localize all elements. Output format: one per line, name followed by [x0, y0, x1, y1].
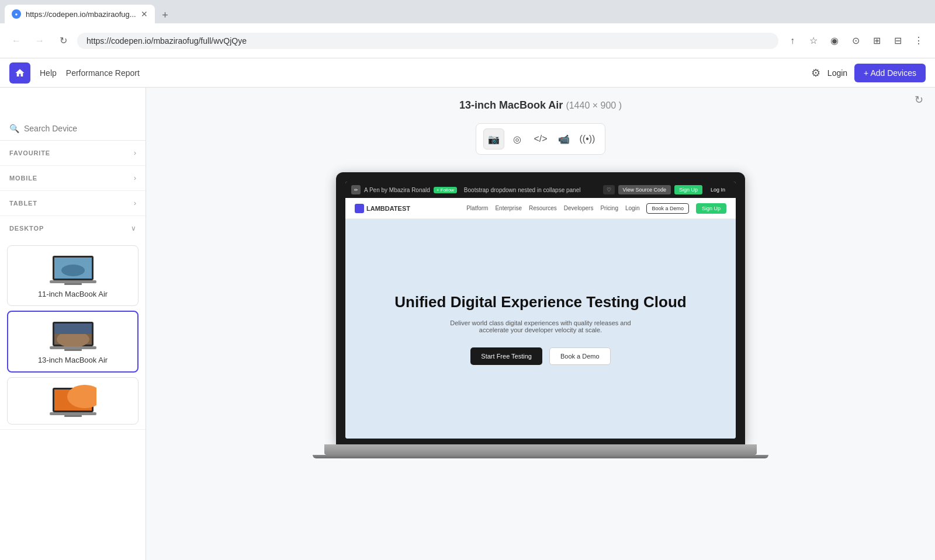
tab-title: https://codepen.io/mbaziraofug...: [26, 10, 136, 19]
rotate-button[interactable]: ◎: [507, 128, 528, 149]
video-button[interactable]: 📹: [553, 128, 574, 149]
sidebar-category-desktop: DESKTOP ∨ 11-inch MacBook Air: [0, 216, 146, 430]
sidebar-category-tablet: TABLET ›: [0, 191, 146, 216]
tablet-chevron: ›: [134, 199, 136, 207]
laptop-svg: [50, 385, 96, 417]
device-resolution-label: (1440 × 900 ): [566, 100, 622, 110]
search-device-input[interactable]: [24, 124, 136, 133]
svg-rect-5: [64, 283, 82, 285]
macbook-mockup: ✏ A Pen by Mbazira Ronald + Follow Boots…: [313, 172, 768, 458]
add-devices-button[interactable]: + Add Devices: [854, 64, 926, 82]
desktop-label: DESKTOP: [9, 225, 44, 232]
search-device-wrap: 🔍: [0, 117, 146, 141]
download-button[interactable]: ↑: [783, 32, 802, 50]
desktop-header[interactable]: DESKTOP ∨: [0, 216, 146, 241]
nav-developers[interactable]: Developers: [564, 205, 594, 211]
view-source-button[interactable]: View Source Code: [618, 185, 671, 194]
home-button[interactable]: [9, 62, 30, 84]
browser-tab[interactable]: ● https://codepen.io/mbaziraofug... ✕: [5, 5, 155, 23]
main-content: 13-inch MacBook Air (1440 × 900 ) 📷 ◎ </…: [146, 88, 935, 560]
hero-subtitle: Deliver world class digital experiences …: [447, 319, 634, 333]
device-title: 13-inch MacBook Air (1440 × 900 ): [459, 99, 622, 112]
top-bar-actions: ⚙ Login + Add Devices: [811, 64, 926, 82]
device-13inch-label: 13-inch MacBook Air: [38, 356, 108, 364]
device-name-label: 13-inch MacBook Air: [459, 99, 563, 111]
nav-pricing[interactable]: Pricing: [600, 205, 618, 211]
tablet-header[interactable]: TABLET ›: [0, 191, 146, 215]
svg-rect-17: [50, 412, 96, 415]
site-signup-button[interactable]: Sign Up: [696, 203, 726, 214]
pen-info: ✏ A Pen by Mbazira Ronald + Follow Boots…: [351, 185, 598, 194]
svg-rect-4: [50, 280, 96, 283]
site-logo-text: LAMBDATEST: [366, 205, 410, 212]
split-button[interactable]: ⊟: [888, 32, 907, 50]
tab-close-button[interactable]: ✕: [141, 9, 148, 19]
device-11inch-label: 11-inch MacBook Air: [38, 290, 108, 298]
performance-report-link[interactable]: Performance Report: [66, 68, 140, 78]
settings-button[interactable]: ⚙: [811, 67, 820, 79]
nav-login[interactable]: Login: [625, 205, 639, 211]
sidebar-category-mobile: MOBILE ›: [0, 166, 146, 191]
mobile-chevron: ›: [134, 174, 136, 182]
forward-button[interactable]: →: [30, 32, 49, 50]
macbook-base: [324, 444, 757, 455]
extension-icon[interactable]: ⊙: [846, 32, 865, 50]
website-topbar-actions: ♡ View Source Code Sign Up Log In: [603, 185, 730, 194]
hero-buttons: Start Free Testing Book a Demo: [470, 347, 610, 365]
website-hero: Unified Digital Experience Testing Cloud…: [345, 219, 736, 439]
back-button[interactable]: ←: [7, 32, 26, 50]
url-input[interactable]: [77, 33, 778, 49]
macbook-foot: [313, 455, 768, 458]
fav-button[interactable]: ♡: [603, 185, 615, 194]
svg-rect-12: [64, 349, 82, 351]
site-demo-button[interactable]: Book a Demo: [646, 203, 689, 214]
help-link[interactable]: Help: [40, 68, 57, 78]
app-layout: 🔍 FAVOURITE › MOBILE › TABLET ›: [0, 58, 935, 560]
sidebar-category-favourite: FAVOURITE ›: [0, 141, 146, 166]
device-card-macbookpro[interactable]: [7, 377, 138, 425]
more-button[interactable]: ⋮: [909, 32, 928, 50]
devtools-button[interactable]: </>: [530, 128, 551, 149]
shield-icon[interactable]: ◉: [825, 32, 844, 50]
desktop-chevron: ∨: [131, 224, 136, 232]
website-login-button[interactable]: Log In: [706, 185, 730, 194]
pen-logo-icon: ✏: [351, 185, 361, 194]
website-signup-button[interactable]: Sign Up: [674, 185, 702, 194]
login-button[interactable]: Login: [827, 68, 847, 78]
nav-resources[interactable]: Resources: [529, 205, 557, 211]
laptop-svg: [50, 253, 96, 285]
start-testing-button[interactable]: Start Free Testing: [470, 347, 542, 365]
extensions-button[interactable]: ⊞: [867, 32, 886, 50]
svg-point-3: [61, 265, 85, 276]
bookmark-button[interactable]: ☆: [804, 32, 823, 50]
device-image: [50, 319, 96, 351]
mobile-label: MOBILE: [9, 175, 37, 182]
address-bar: ← → ↻ ↑ ☆ ◉ ⊙ ⊞ ⊟ ⋮: [0, 23, 935, 58]
screenshot-button[interactable]: 📷: [483, 128, 504, 149]
laptop-svg: [50, 319, 96, 351]
nav-enterprise[interactable]: Enterprise: [495, 205, 522, 211]
site-logo: LAMBDATEST: [355, 204, 410, 213]
page-refresh-button[interactable]: ↻: [915, 93, 923, 106]
tablet-label: TABLET: [9, 200, 37, 207]
site-nav-links: Platform Enterprise Resources Developers…: [466, 203, 726, 214]
pen-title: Bootstrap dropdown nested in collapse pa…: [464, 187, 581, 193]
mobile-header[interactable]: MOBILE ›: [0, 166, 146, 190]
search-icon: 🔍: [9, 124, 19, 133]
svg-rect-11: [50, 346, 96, 349]
svg-rect-10: [54, 324, 92, 334]
svg-rect-18: [64, 415, 82, 417]
new-tab-button[interactable]: +: [157, 7, 174, 23]
favourite-header[interactable]: FAVOURITE ›: [0, 141, 146, 165]
tab-favicon: ●: [12, 9, 21, 19]
follow-badge: + Follow: [434, 187, 457, 193]
device-card-11inch[interactable]: 11-inch MacBook Air: [7, 245, 138, 306]
refresh-button[interactable]: ↻: [54, 32, 72, 50]
app-top-bar: Help Performance Report ⚙ Login + Add De…: [0, 58, 935, 88]
website-nav: LAMBDATEST Platform Enterprise Resources…: [345, 198, 736, 219]
device-image: [50, 253, 96, 285]
book-demo-button[interactable]: Book a Demo: [549, 347, 611, 365]
network-button[interactable]: ((•)): [577, 128, 598, 149]
device-card-13inch[interactable]: 13-inch MacBook Air: [7, 311, 138, 373]
nav-platform[interactable]: Platform: [466, 205, 488, 211]
